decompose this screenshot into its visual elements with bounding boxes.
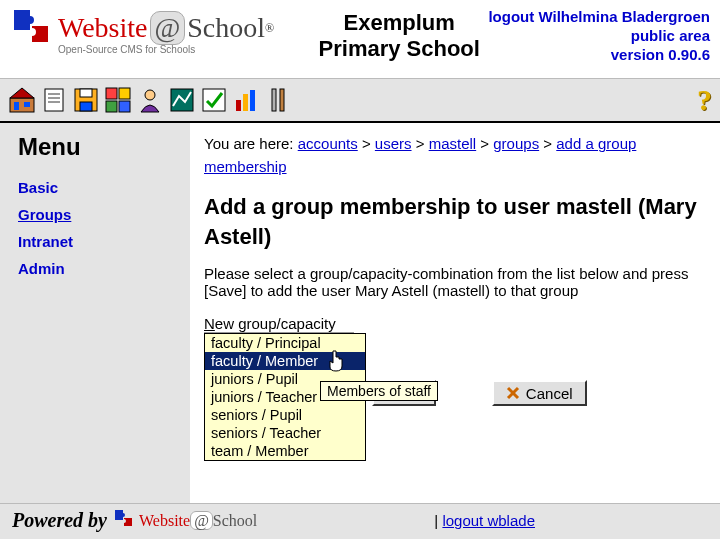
sidebar: Menu Basic Groups Intranet Admin [0, 123, 190, 503]
svg-rect-11 [106, 88, 117, 99]
footer-logo: Website@School [139, 512, 257, 530]
help-icon[interactable]: ? [697, 83, 712, 117]
option-seniors-pupil[interactable]: seniors / Pupil [205, 406, 365, 424]
crumb-mastell[interactable]: mastell [429, 135, 477, 152]
stats-icon[interactable] [168, 86, 196, 114]
logo-text-red: Website [58, 12, 148, 44]
option-seniors-teacher[interactable]: seniors / Teacher [205, 424, 365, 442]
footer: Powered by Website@School | logout wblad… [0, 503, 720, 539]
tools-icon[interactable] [264, 86, 292, 114]
tooltip: Members of staff [320, 381, 438, 401]
logo-text-gray: School [187, 12, 265, 44]
footer-logo-red: Website [139, 512, 190, 529]
cancel-button[interactable]: Cancel [492, 380, 587, 406]
users-icon[interactable] [136, 86, 164, 114]
crumb-sep: > [362, 135, 371, 152]
page-title: Add a group membership to user mastell (… [204, 192, 702, 251]
svg-rect-10 [80, 102, 92, 111]
svg-rect-22 [280, 89, 284, 111]
footer-logo-at: @ [190, 511, 213, 530]
svg-rect-12 [119, 88, 130, 99]
site-title-line2: Primary School [310, 36, 488, 62]
breadcrumb-prefix: You are here: [204, 135, 294, 152]
site-title-line1: Exemplum [310, 10, 488, 36]
svg-rect-17 [203, 89, 225, 111]
footer-puzzle-icon [113, 508, 135, 533]
crumb-sep: > [416, 135, 425, 152]
sidebar-title: Menu [18, 133, 190, 161]
field-label: New group/capacity [204, 315, 702, 332]
footer-logout-link[interactable]: logout wblade [442, 512, 535, 529]
svg-rect-21 [272, 89, 276, 111]
field-accesskey: N [204, 315, 215, 332]
cancel-icon [506, 386, 520, 400]
svg-rect-3 [24, 102, 30, 107]
svg-rect-9 [80, 89, 92, 97]
modules-icon[interactable] [104, 86, 132, 114]
svg-rect-2 [14, 102, 19, 110]
svg-rect-19 [243, 94, 248, 111]
svg-rect-18 [236, 100, 241, 111]
field-label-rest: ew group/capacity [215, 315, 336, 332]
site-title: Exemplum Primary School [310, 6, 488, 62]
footer-logo-gray: School [213, 512, 257, 529]
crumb-accounts[interactable]: accounts [298, 135, 358, 152]
svg-rect-20 [250, 90, 255, 111]
home-icon[interactable] [8, 86, 36, 114]
svg-rect-13 [106, 101, 117, 112]
public-area-link[interactable]: public area [488, 27, 710, 46]
sidebar-item-intranet[interactable]: Intranet [18, 233, 190, 250]
logout-link[interactable]: logout Wilhelmina Bladergroen [488, 8, 710, 27]
option-faculty-principal[interactable]: faculty / Principal [205, 334, 365, 352]
breadcrumb: You are here: accounts > users > mastell… [204, 133, 702, 178]
crumb-users[interactable]: users [375, 135, 412, 152]
version-label: version 0.90.6 [488, 46, 710, 65]
logo-text-at: @ [150, 11, 186, 45]
svg-point-15 [145, 90, 155, 100]
logo-subtitle: Open-Source CMS for Schools [58, 44, 310, 55]
puzzle-icon [10, 6, 54, 50]
logo-reg: ® [265, 21, 274, 36]
page-icon[interactable] [40, 86, 68, 114]
sidebar-item-groups[interactable]: Groups [18, 206, 190, 223]
powered-by-label: Powered by [12, 509, 107, 532]
cancel-button-label: Cancel [526, 385, 573, 402]
crumb-groups[interactable]: groups [493, 135, 539, 152]
sidebar-item-admin[interactable]: Admin [18, 260, 190, 277]
instruction-text: Please select a group/capacity-combinati… [204, 265, 702, 299]
chart-icon[interactable] [232, 86, 260, 114]
sidebar-item-basic[interactable]: Basic [18, 179, 190, 196]
crumb-sep: > [480, 135, 489, 152]
svg-rect-4 [45, 89, 63, 111]
save-icon[interactable] [72, 86, 100, 114]
svg-rect-14 [119, 101, 130, 112]
check-icon[interactable] [200, 86, 228, 114]
main-panel: You are here: accounts > users > mastell… [190, 123, 720, 503]
svg-marker-1 [10, 88, 34, 98]
crumb-sep: > [543, 135, 552, 152]
svg-rect-0 [10, 98, 34, 112]
option-faculty-member[interactable]: faculty / Member [205, 352, 365, 370]
option-team-member[interactable]: team / Member [205, 442, 365, 460]
toolbar: ? [0, 78, 720, 123]
